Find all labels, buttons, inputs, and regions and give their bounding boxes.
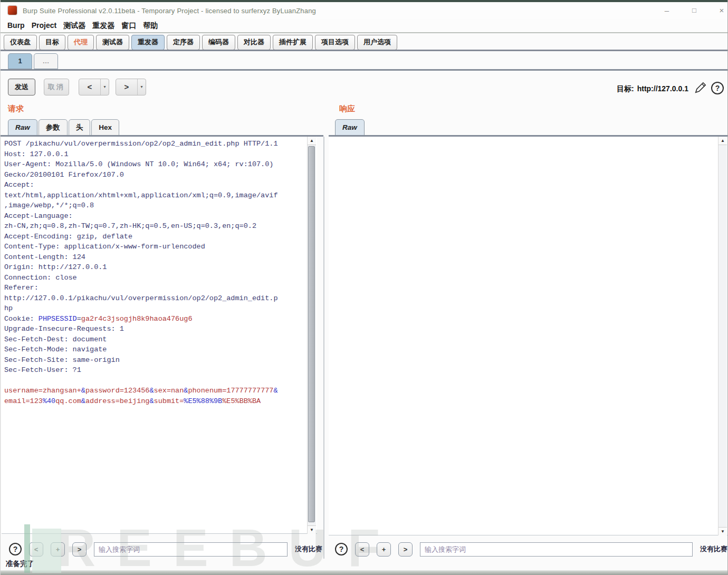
previous-request-button[interactable]: < ▾ [79,79,109,95]
request-text-segment: submit= [154,397,184,405]
main-tab[interactable]: 重发器 [131,35,165,50]
search-options-button[interactable]: + [377,542,391,557]
search-next-button[interactable]: > [398,542,413,557]
request-line: Host: 127.0.0.1 [4,149,305,160]
main-tab[interactable]: 代理 [68,35,94,50]
scroll-down-icon[interactable]: ▼ [308,525,316,534]
send-button[interactable]: 发送 [8,79,35,95]
main-tab[interactable]: 目标 [39,35,65,50]
request-text-segment: address=beijing [85,397,150,405]
status-bar-text: 准备完了 [6,559,34,569]
request-text-segment: text/html,application/xhtml+xml,applicat… [4,191,277,199]
main-tab[interactable]: 对比器 [237,35,271,50]
request-line: http://127.0.0.1/pikachu/vul/overpermiss… [4,293,305,304]
search-options-button[interactable]: + [51,542,65,557]
response-search-bar: ? < + > 没有比赛 [335,541,727,557]
message-view-tab[interactable]: 参数 [39,119,68,136]
repeater-tab-bar: 1… [8,53,60,69]
request-text-segment: & [149,397,154,405]
edit-target-icon[interactable] [694,81,707,94]
request-text-segment: qq.com [55,397,81,405]
main-tab-bar: 仪表盘目标代理测试器重发器定序器编码器对比器插件扩展项目选项用户选项 [3,35,727,50]
response-search-input[interactable] [420,542,693,557]
request-text-segment: ga2r4c3jsogjh8k9haoa476ug6 [81,315,193,323]
help-icon[interactable]: ? [9,543,22,555]
main-tab[interactable]: 插件扩展 [273,35,313,50]
request-scrollbar[interactable]: ▲ ▼ [307,137,316,534]
menu-item[interactable]: Project [32,19,56,32]
request-search-input[interactable] [94,542,288,557]
response-scrollbar[interactable]: ▲ ▼ [718,137,727,535]
chevron-down-icon[interactable]: ▾ [101,79,109,95]
response-editor[interactable] [329,137,727,535]
menu-item[interactable]: Burp [7,19,25,32]
close-button[interactable]: × [714,5,728,16]
request-text-segment: ,image/webp,*/*;q=0.8 [4,202,94,209]
search-next-button[interactable]: > [72,542,87,557]
message-view-tab[interactable]: Raw [8,119,37,136]
request-text-segment: Sec-Fetch-Mode: navigate [4,346,107,353]
menu-item[interactable]: 重发器 [92,19,114,32]
request-text-segment: Accept-Language: [4,212,73,220]
scroll-up-icon[interactable]: ▲ [308,137,316,145]
cancel-button[interactable]: 取消 [44,79,69,95]
request-text-segment: Referer: [4,284,39,292]
request-text-segment: username=zhangsan+ [4,387,81,395]
previous-arrow-label: < [79,79,101,95]
scrollbar-thumb[interactable] [308,146,315,522]
message-view-tab[interactable]: Raw [335,119,365,136]
burp-logo-icon [8,6,17,15]
request-line: Origin: http://127.0.0.1 [4,262,305,273]
maximize-button[interactable]: □ [686,5,702,16]
panel-divider[interactable] [323,137,324,559]
message-view-tab[interactable]: 头 [69,119,91,136]
request-line: Connection: close [4,273,305,283]
request-text-segment: Content-Length: 124 [4,253,85,261]
menu-item[interactable]: 帮助 [143,19,158,32]
search-previous-button[interactable]: < [355,542,369,557]
scroll-up-icon[interactable]: ▲ [719,137,727,145]
burp-window: Burp Suite Professional v2.0.11beta - Te… [0,0,728,575]
search-previous-button[interactable]: < [29,542,43,557]
window-title: Burp Suite Professional v2.0.11beta - Te… [23,7,316,15]
request-text-segment: %E5%88%9B [184,397,222,405]
request-text-segment: email=123 [4,397,43,405]
request-line: Cookie: PHPSESSID=ga2r4c3jsogjh8k9haoa47… [4,314,305,324]
help-icon[interactable]: ? [711,82,724,94]
main-tab[interactable]: 项目选项 [315,35,355,50]
request-text-segment: = [77,315,81,323]
target-value: http://127.0.0.1 [637,84,688,93]
menu-item[interactable]: 窗口 [121,19,136,32]
main-tab[interactable]: 编码器 [202,35,235,50]
scroll-down-icon[interactable]: ▼ [719,527,727,535]
repeater-tab[interactable]: 1 [8,53,32,69]
minimize-button[interactable]: – [659,5,675,16]
main-tab[interactable]: 用户选项 [357,35,397,50]
repeater-tab[interactable]: … [34,53,58,69]
request-line: User-Agent: Mozilla/5.0 (Windows NT 10.0… [4,159,305,170]
request-view-tabs: Raw参数头Hex [8,119,120,136]
main-tab[interactable]: 定序器 [167,35,200,50]
request-text-segment: zh-CN,zh;q=0.8,zh-TW;q=0.7,zh-HK;q=0.5,e… [4,222,256,230]
request-text-segment: Accept: [4,181,34,189]
request-line [4,376,305,386]
menu-item[interactable]: 测试器 [63,19,85,32]
response-view-tabs: Raw [335,119,366,136]
message-view-tab[interactable]: Hex [91,119,119,136]
help-icon[interactable]: ? [335,543,348,555]
next-request-button[interactable]: > ▾ [116,79,146,95]
request-text-segment: %40 [43,397,55,405]
request-line: username=zhangsan+&password=123456&sex=n… [4,386,305,396]
request-line: Accept: [4,180,305,190]
request-line: Sec-Fetch-Mode: navigate [4,344,305,355]
request-text-segment: & [81,387,85,395]
main-tab[interactable]: 仪表盘 [4,35,37,50]
title-bar: Burp Suite Professional v2.0.11beta - Te… [1,2,727,19]
response-match-count: 没有比赛 [700,544,727,554]
main-tab[interactable]: 测试器 [96,35,129,50]
request-line: Content-Type: application/x-www-form-url… [4,242,305,252]
chevron-down-icon[interactable]: ▾ [138,79,146,95]
request-text-segment: & [81,397,85,405]
request-editor[interactable]: POST /pikachu/vul/overpermission/op2/op2… [2,137,317,534]
request-text-segment: Sec-Fetch-User: ?1 [4,366,81,374]
